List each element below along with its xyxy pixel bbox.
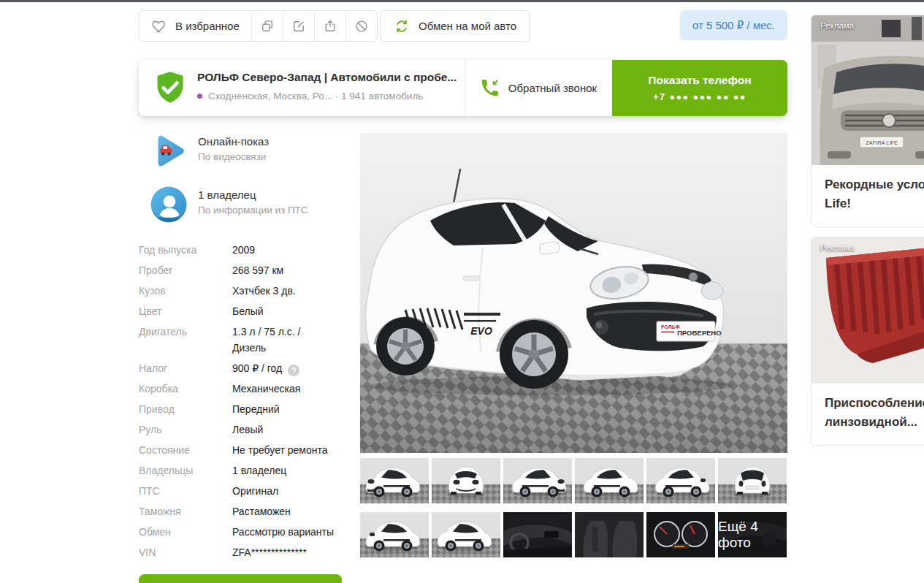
spec-row: ТаможняРастаможен — [139, 503, 352, 519]
spec-value: 1.3 л / 75 л.с. / Дизель — [232, 324, 300, 356]
spec-row: Двигатель1.3 л / 75 л.с. / Дизель — [139, 324, 352, 356]
far-headlight — [701, 282, 723, 300]
thumbnail-interior-seats[interactable] — [575, 512, 644, 557]
ad-card-red-tool[interactable]: Реклама Приспособление линзовидной... — [811, 237, 924, 446]
spec-row: Налог900 ₽ / год? — [139, 360, 352, 376]
spec-row: СостояниеНе требует ремонта — [139, 442, 352, 458]
specs-table: Год выпуска2009Пробег268 597 кмКузовХэтч… — [139, 242, 352, 565]
spec-value: Левый — [232, 422, 263, 438]
edit-button[interactable] — [283, 11, 314, 41]
share-icon — [323, 18, 337, 34]
spec-label: Налог — [139, 360, 232, 376]
spec-label: Год выпуска — [139, 242, 232, 258]
spec-label: ПТС — [139, 483, 232, 499]
favorite-label: В избранное — [175, 20, 240, 32]
spec-row: ПТСОригинал — [139, 483, 352, 499]
thumbnail-front[interactable] — [432, 458, 500, 503]
callback-button[interactable]: Обратный звонок — [465, 60, 611, 116]
exchange-refresh-icon — [394, 18, 410, 34]
thumbnail-interior-dash[interactable] — [503, 512, 572, 557]
spec-row: ПриводПередний — [139, 401, 352, 417]
main-photo[interactable]: EVO — [360, 133, 787, 453]
rear-wheel — [376, 317, 435, 376]
ad-title: Приспособление линзовидной... — [812, 384, 924, 445]
thumbnail-front34-right[interactable] — [503, 458, 572, 503]
ads-sidebar: ZAFIRA LIFE Реклама Рекордные усло Life! — [811, 15, 924, 446]
spec-row: VINZFA************** — [139, 544, 352, 560]
spec-value: 1 владелец — [232, 462, 286, 479]
highlight-owner: 1 владелец По информации из ПТС — [150, 186, 308, 224]
ad-card-zafira[interactable]: ZAFIRA LIFE Реклама Рекордные усло Life! — [811, 15, 924, 227]
highlight-subtitle: По видеосвязи — [198, 151, 269, 162]
spec-value: 268 597 км — [232, 262, 283, 278]
spec-label: Руль — [139, 422, 232, 438]
dealer-location: Сходненская, Москва, Ро... · 1 941 автом… — [197, 91, 423, 102]
spec-label: Таможня — [139, 503, 232, 519]
share-button[interactable] — [314, 11, 345, 41]
exchange-label: Обмен на мой авто — [419, 20, 516, 32]
spec-value: Не требует ремонта — [232, 442, 328, 458]
spec-row: КузовХэтчбек 3 дв. — [139, 283, 352, 299]
verified-plate: РОЛЬФ ПРОВЕРЕНО — [657, 321, 722, 341]
highlight-subtitle: По информации из ПТС — [198, 205, 308, 216]
spec-row: Владельцы1 владелец — [139, 462, 352, 479]
copy-button[interactable] — [251, 11, 283, 41]
exchange-button[interactable]: Обмен на мой авто — [380, 10, 530, 42]
spec-label: Двигатель — [139, 324, 232, 356]
show-phone-label: Показать телефон — [648, 74, 751, 87]
verified-shield-icon — [152, 69, 188, 106]
door-handle — [463, 276, 480, 281]
thumbnail-interior-gauges[interactable] — [646, 512, 715, 557]
show-phone-button[interactable]: Показать телефон +7 ●●● ●●● ●● ●● — [612, 60, 787, 116]
spec-row: ОбменРассмотрю варианты — [139, 524, 352, 540]
spec-value: Механическая — [232, 381, 300, 397]
monthly-price-badge[interactable]: от 5 500 ₽ / мес. — [680, 10, 787, 40]
spec-value: Растаможен — [232, 503, 291, 519]
spec-label: Пробег — [139, 262, 232, 278]
highlight-online-show: Онлайн-показ По видеосвязи — [150, 132, 269, 170]
masked-phone-number: +7 ●●● ●●● ●● ●● — [653, 92, 747, 102]
spec-label: Цвет — [139, 303, 232, 319]
car-listing-page: В избранное — [0, 0, 924, 583]
spec-value: Хэтчбек 3 дв. — [232, 283, 296, 299]
edit-icon — [291, 18, 306, 34]
highlight-title: Онлайн-показ — [198, 135, 269, 148]
verified-plate-text: ПРОВЕРЕНО — [677, 329, 722, 337]
ad-image-showroom-van: ZAFIRA LIFE Реклама — [812, 15, 924, 165]
front-wheel — [500, 320, 568, 389]
thumbnail-gallery: Ещё 4 фото — [360, 458, 787, 557]
ad-title: Рекордные усло Life! — [812, 165, 924, 226]
thumbnail-row — [360, 458, 787, 503]
thumbnail-side-right[interactable] — [575, 458, 644, 503]
listing-actions-group: В избранное — [139, 10, 378, 42]
spec-value: Оригинал — [232, 483, 278, 499]
copy-icon — [260, 18, 275, 34]
spec-label: Состояние — [139, 442, 232, 458]
spec-label: VIN — [139, 544, 232, 560]
block-button[interactable] — [345, 11, 377, 41]
heart-icon — [151, 18, 167, 34]
favorite-button[interactable]: В избранное — [140, 11, 251, 41]
spec-row: Пробег268 597 км — [139, 262, 352, 278]
ad-label: Реклама — [820, 243, 854, 252]
spec-label: Кузов — [139, 283, 232, 299]
thumbnail-rear[interactable] — [718, 458, 787, 503]
thumbnail-front34-left[interactable] — [360, 458, 429, 503]
spec-value: ZFA************** — [232, 544, 307, 560]
thumbnail-interior-more[interactable]: Ещё 4 фото — [718, 512, 787, 557]
spec-row: Год выпуска2009 — [139, 242, 352, 258]
thumbnail-side-left[interactable] — [432, 512, 500, 557]
callback-phone-icon — [480, 78, 500, 98]
vin-check-button[interactable]: Проверить VIN за 99 ₽ — [139, 574, 342, 583]
evo-decal-text: EVO — [470, 325, 492, 337]
thumbnail-rear34-left[interactable] — [360, 512, 429, 557]
dealer-name-link[interactable]: РОЛЬФ Северо-Запад | Автомобили с пробе.… — [197, 71, 457, 84]
video-show-icon — [150, 132, 188, 170]
more-photos-overlay: Ещё 4 фото — [718, 512, 787, 557]
spec-value: 900 ₽ / год? — [232, 360, 299, 376]
spec-value: Передний — [232, 401, 280, 417]
tax-help-icon[interactable]: ? — [288, 365, 299, 376]
thumbnail-rear34-right[interactable] — [646, 458, 715, 503]
spec-row: КоробкаМеханическая — [139, 381, 352, 397]
spec-value: Рассмотрю варианты — [232, 524, 334, 540]
